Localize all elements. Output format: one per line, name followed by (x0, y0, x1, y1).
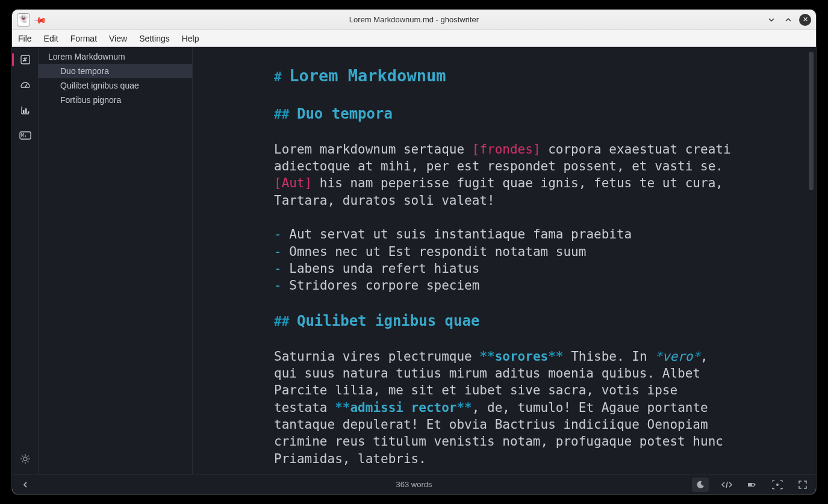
bold-marker: ** (479, 349, 494, 364)
h2-marker: ## (274, 314, 289, 329)
italic-marker: * (655, 349, 662, 364)
paragraph-text: Saturnia vires plectrumque (274, 349, 479, 364)
menu-edit[interactable]: Edit (44, 34, 58, 43)
fullscreen-icon[interactable] (795, 478, 810, 492)
bold-marker: ** (548, 349, 563, 364)
focus-mode-icon[interactable] (770, 478, 785, 492)
h1-marker: # (274, 70, 282, 84)
svg-line-18 (22, 461, 23, 462)
paragraph-text: Thisbe. In (563, 349, 655, 364)
bullet-marker: - (274, 261, 282, 276)
paragraph-text: his nam peperisse fugit quae ignis, fetu… (274, 176, 723, 207)
menu-file[interactable]: File (18, 34, 32, 43)
bullet-marker: - (274, 244, 282, 259)
bold-marker: ** (456, 400, 472, 415)
document-stats-icon[interactable] (16, 101, 35, 119)
list-item: Stridores corpore speciem (289, 278, 479, 293)
bold-text: sorores (495, 349, 549, 364)
hemingway-mode-icon[interactable] (745, 478, 759, 492)
markdown-link: [frondes] (472, 142, 541, 157)
h2-text: Duo tempora (297, 105, 393, 122)
menu-settings[interactable]: Settings (139, 34, 170, 43)
close-button[interactable]: ✕ (799, 14, 811, 26)
list-item: Aut servat ut suis instantiaque fama pra… (289, 227, 632, 241)
bold-marker: ** (335, 400, 350, 415)
editor-area[interactable]: # Lorem Markdownum ## Duo tempora Lorem … (193, 47, 816, 474)
settings-icon[interactable] (16, 450, 35, 468)
menu-format[interactable]: Format (70, 34, 97, 43)
outline-item[interactable]: Quilibet ignibus quae (39, 78, 192, 93)
menubar: File Edit Format View Settings Help (12, 30, 816, 47)
italic-text: vero (662, 349, 693, 364)
bullet-marker: - (274, 227, 282, 241)
list-item: Labens unda refert hiatus (289, 261, 479, 276)
dark-mode-icon[interactable] (692, 478, 709, 492)
svg-point-23 (776, 484, 779, 486)
html-preview-icon[interactable] (720, 478, 734, 492)
scrollbar[interactable] (809, 52, 814, 190)
app-window: 📌 Lorem Markdownum.md - ghostwriter ✕ Fi… (12, 10, 816, 494)
back-icon[interactable] (18, 478, 33, 492)
window-title: Lorem Markdownum.md - ghostwriter (12, 15, 816, 24)
minimize-button[interactable] (765, 14, 777, 26)
italic-marker: * (693, 349, 700, 364)
svg-line-17 (27, 461, 28, 462)
paragraph-text: Lorem markdownum sertaque (274, 142, 472, 157)
app-icon (17, 13, 30, 26)
svg-point-11 (23, 457, 27, 461)
outline-item[interactable]: Lorem Markdownum (39, 49, 192, 64)
svg-rect-8 (28, 111, 30, 113)
maximize-button[interactable] (782, 14, 794, 26)
session-stats-icon[interactable] (16, 76, 35, 94)
bold-text: admissi rector (350, 400, 456, 415)
pin-icon[interactable]: 📌 (33, 13, 47, 26)
outline-panel: Lorem Markdownum Duo tempora Quilibet ig… (39, 47, 193, 474)
svg-text:M↓: M↓ (21, 133, 27, 138)
bullet-marker: - (274, 278, 282, 293)
outline-item[interactable]: Fortibus pignora (39, 93, 192, 107)
h1-text: Lorem Markdownum (289, 66, 446, 85)
svg-text:#: # (23, 56, 27, 64)
menu-view[interactable]: View (109, 34, 127, 43)
svg-line-19 (27, 456, 28, 457)
menu-help[interactable]: Help (182, 34, 199, 43)
h2-marker: ## (274, 107, 289, 122)
markdown-link: [Aut] (274, 176, 312, 190)
svg-line-16 (22, 456, 23, 457)
svg-rect-7 (25, 108, 27, 113)
sidebar-iconbar: # M↓ (12, 47, 39, 474)
outline-item[interactable]: Duo tempora (39, 64, 192, 78)
svg-rect-6 (23, 110, 25, 113)
outline-icon[interactable]: # (16, 51, 35, 69)
svg-line-20 (726, 482, 727, 488)
statusbar: 363 words (12, 474, 816, 494)
h2-text: Quilibet ignibus quae (297, 313, 479, 329)
list-item: Omnes nec ut Est respondit notatam suum (289, 244, 586, 259)
svg-line-2 (25, 84, 27, 87)
titlebar[interactable]: 📌 Lorem Markdownum.md - ghostwriter ✕ (12, 10, 816, 30)
cheatsheet-icon[interactable]: M↓ (16, 126, 35, 145)
